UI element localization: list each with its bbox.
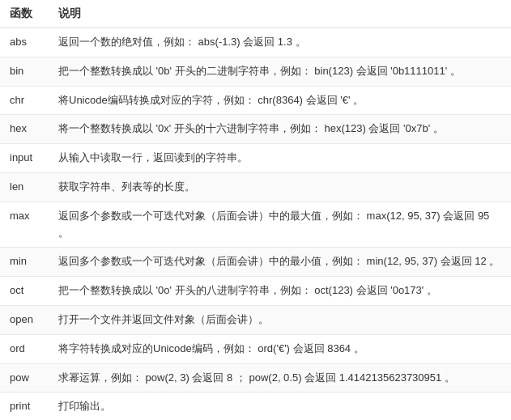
table-row: ord将字符转换成对应的Unicode编码，例如： ord('€') 会返回 8… xyxy=(0,334,511,363)
func-name: max xyxy=(0,202,49,248)
table-row: pow求幂运算，例如： pow(2, 3) 会返回 8 ； pow(2, 0.5… xyxy=(0,363,511,392)
func-desc: 返回多个参数或一个可迭代对象（后面会讲）中的最小值，例如： min(12, 95… xyxy=(49,248,511,277)
func-desc: 将一个整数转换成以 '0x' 开头的十六进制字符串，例如： hex(123) 会… xyxy=(49,115,511,144)
table-row: min返回多个参数或一个可迭代对象（后面会讲）中的最小值，例如： min(12,… xyxy=(0,248,511,277)
table-row: open打开一个文件并返回文件对象（后面会讲）。 xyxy=(0,305,511,334)
func-name: bin xyxy=(0,57,49,86)
func-desc: 返回一个数的绝对值，例如： abs(-1.3) 会返回 1.3 。 xyxy=(49,28,511,57)
table-row: print打印输出。 xyxy=(0,392,511,420)
col-header-desc: 说明 xyxy=(49,0,511,28)
table-row: max返回多个参数或一个可迭代对象（后面会讲）中的最大值，例如： max(12,… xyxy=(0,202,511,248)
func-name: min xyxy=(0,248,49,277)
table-row: hex将一个整数转换成以 '0x' 开头的十六进制字符串，例如： hex(123… xyxy=(0,115,511,144)
func-desc: 从输入中读取一行，返回读到的字符串。 xyxy=(49,144,511,173)
func-name: input xyxy=(0,144,49,173)
func-name: print xyxy=(0,392,49,420)
func-desc: 将Unicode编码转换成对应的字符，例如： chr(8364) 会返回 '€'… xyxy=(49,86,511,115)
func-desc: 打印输出。 xyxy=(49,392,511,420)
func-name: len xyxy=(0,172,49,202)
func-desc: 求幂运算，例如： pow(2, 3) 会返回 8 ； pow(2, 0.5) 会… xyxy=(49,363,511,392)
func-desc: 打开一个文件并返回文件对象（后面会讲）。 xyxy=(49,305,511,334)
functions-table: 函数 说明 abs返回一个数的绝对值，例如： abs(-1.3) 会返回 1.3… xyxy=(0,0,511,420)
func-name: pow xyxy=(0,363,49,392)
func-name: ord xyxy=(0,334,49,363)
table-row: bin把一个整数转换成以 '0b' 开头的二进制字符串，例如： bin(123)… xyxy=(0,57,511,86)
table-row: abs返回一个数的绝对值，例如： abs(-1.3) 会返回 1.3 。 xyxy=(0,28,511,57)
func-desc: 将字符转换成对应的Unicode编码，例如： ord('€') 会返回 8364… xyxy=(49,334,511,363)
func-name: hex xyxy=(0,115,49,144)
func-desc: 把一个整数转换成以 '0o' 开头的八进制字符串，例如： oct(123) 会返… xyxy=(49,277,511,306)
func-name: open xyxy=(0,305,49,334)
func-name: chr xyxy=(0,86,49,115)
func-desc: 获取字符串、列表等的长度。 xyxy=(49,172,511,202)
table-row: oct把一个整数转换成以 '0o' 开头的八进制字符串，例如： oct(123)… xyxy=(0,277,511,306)
table-row: chr将Unicode编码转换成对应的字符，例如： chr(8364) 会返回 … xyxy=(0,86,511,115)
table-row: input从输入中读取一行，返回读到的字符串。 xyxy=(0,144,511,173)
col-header-func: 函数 xyxy=(0,0,49,28)
func-desc: 把一个整数转换成以 '0b' 开头的二进制字符串，例如： bin(123) 会返… xyxy=(49,57,511,86)
func-name: oct xyxy=(0,277,49,306)
func-name: abs xyxy=(0,28,49,57)
table-row: len获取字符串、列表等的长度。 xyxy=(0,172,511,202)
func-desc: 返回多个参数或一个可迭代对象（后面会讲）中的最大值，例如： max(12, 95… xyxy=(49,202,511,248)
